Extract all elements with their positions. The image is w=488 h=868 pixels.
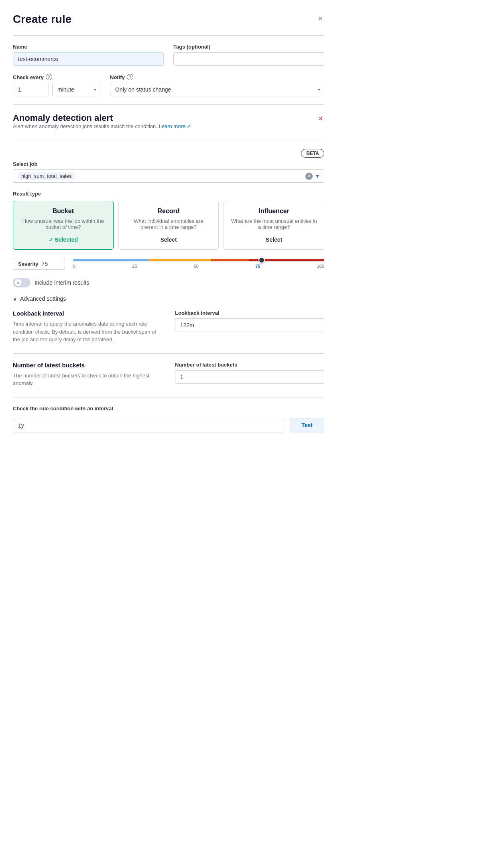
advanced-settings-section: Lookback interval Time interval to query…	[13, 310, 324, 432]
toggle-thumb: ✕	[14, 279, 22, 286]
notify-help-icon[interactable]: ?	[127, 74, 133, 80]
notify-select[interactable]: Only on status change Every time alert i…	[110, 83, 324, 96]
check-notify-row: Check every ? minute hour day ▾ Notify ?…	[13, 74, 324, 96]
severity-label: Severity	[18, 261, 39, 267]
anomaly-section-close-button[interactable]: ×	[317, 113, 324, 124]
select-job-label: Select job	[13, 161, 324, 167]
tags-label: Tags (optional)	[173, 44, 324, 50]
check-interval-row: Test	[13, 418, 324, 432]
advanced-settings-toggle[interactable]: ∨ Advanced settings	[13, 295, 324, 302]
check-interval-label: Check the rule condition with an interva…	[13, 405, 324, 412]
page-title: Create rule	[13, 13, 71, 26]
lookback-interval-left: Lookback interval Time interval to query…	[13, 310, 162, 344]
anomaly-title-group: Anomaly detection alert Alert when anoma…	[13, 113, 191, 131]
advanced-divider-2	[13, 397, 324, 397]
lookback-interval-right: Lookback interval	[175, 310, 324, 332]
result-card-influencer[interactable]: Influencer What are the most unusual ent…	[224, 201, 324, 250]
lookback-interval-input-label: Lookback interval	[175, 310, 324, 316]
advanced-chevron-icon: ∨	[13, 295, 17, 302]
anomaly-section: Anomaly detection alert Alert when anoma…	[13, 113, 324, 432]
result-card-bucket[interactable]: Bucket How unusual was the job within th…	[13, 201, 114, 250]
check-every-inputs: minute hour day ▾	[13, 83, 100, 96]
name-label: Name	[13, 44, 164, 50]
result-type-cards: Bucket How unusual was the job within th…	[13, 201, 324, 250]
severity-slider-track[interactable]	[73, 259, 324, 261]
anomaly-divider	[13, 139, 324, 139]
check-every-unit-select[interactable]: minute hour day	[52, 83, 100, 96]
include-interim-toggle[interactable]: ✕	[13, 278, 31, 287]
severity-row: Severity 0 25 50 75 100	[13, 258, 324, 270]
tags-input[interactable]	[173, 52, 324, 66]
latest-buckets-row: Number of latest buckets The number of l…	[13, 362, 324, 387]
job-select-chevron-icon: ▾	[316, 172, 319, 180]
name-group: Name	[13, 44, 164, 66]
result-card-influencer-action: Select	[266, 236, 282, 243]
tick-25: 25	[132, 264, 137, 269]
include-interim-row: ✕ Include interim results	[13, 278, 324, 287]
result-card-record[interactable]: Record What individual anomalies are pre…	[118, 201, 219, 250]
learn-more-link[interactable]: Learn more ↗	[159, 123, 191, 129]
result-card-record-title: Record	[157, 208, 179, 215]
severity-slider-container: 0 25 50 75 100	[73, 259, 324, 269]
notify-label: Notify ?	[110, 74, 324, 80]
tick-0: 0	[73, 264, 75, 269]
include-interim-label: Include interim results	[35, 279, 89, 286]
selected-job-tag: high_sum_total_sales	[18, 172, 75, 180]
check-every-number-input[interactable]	[13, 83, 49, 96]
notify-group: Notify ? Only on status change Every tim…	[110, 74, 324, 96]
anomaly-section-header: Anomaly detection alert Alert when anoma…	[13, 113, 324, 131]
latest-buckets-title: Number of latest buckets	[13, 362, 162, 369]
select-job-section: Select job high_sum_total_sales ✕ ▾	[13, 161, 324, 183]
check-every-label: Check every ?	[13, 74, 100, 80]
job-select-input[interactable]: high_sum_total_sales ✕ ▾	[13, 169, 324, 183]
check-icon: ✓	[49, 236, 53, 243]
header-divider	[13, 35, 324, 36]
tick-100: 100	[317, 264, 324, 269]
tick-75: 75	[255, 264, 260, 269]
name-tags-row: Name Tags (optional)	[13, 44, 324, 66]
result-card-influencer-title: Influencer	[258, 208, 289, 215]
latest-buckets-right: Number of latest buckets	[175, 362, 324, 384]
clear-job-button[interactable]: ✕	[305, 173, 313, 180]
close-button[interactable]: ×	[316, 13, 324, 24]
external-link-icon: ↗	[187, 123, 191, 129]
severity-ticks: 0 25 50 75 100	[73, 264, 324, 269]
result-card-bucket-action: ✓ Selected	[49, 236, 78, 243]
lookback-interval-row: Lookback interval Time interval to query…	[13, 310, 324, 344]
tags-group: Tags (optional)	[173, 44, 324, 66]
test-button[interactable]: Test	[290, 418, 324, 432]
result-card-bucket-title: Bucket	[53, 208, 74, 215]
latest-buckets-input-label: Number of latest buckets	[175, 362, 324, 368]
advanced-settings-label: Advanced settings	[20, 295, 66, 302]
beta-section: BETA	[13, 147, 324, 158]
latest-buckets-input[interactable]	[175, 370, 324, 384]
anomaly-section-title: Anomaly detection alert	[13, 113, 191, 123]
latest-buckets-desc: The number of latest buckets to check to…	[13, 372, 162, 387]
lookback-interval-input[interactable]	[175, 318, 324, 332]
severity-section: Severity 0 25 50 75 100	[13, 258, 324, 270]
latest-buckets-left: Number of latest buckets The number of l…	[13, 362, 162, 387]
result-type-section: Result type Bucket How unusual was the j…	[13, 191, 324, 250]
check-interval-group: Check the rule condition with an interva…	[13, 405, 324, 432]
advanced-divider-1	[13, 353, 324, 354]
result-card-bucket-desc: How unusual was the job within the bucke…	[20, 218, 107, 230]
beta-badge: BETA	[301, 149, 324, 158]
check-every-group: Check every ? minute hour day ▾	[13, 74, 100, 96]
check-interval-input[interactable]	[13, 419, 283, 432]
tick-50: 50	[194, 264, 199, 269]
name-input[interactable]	[13, 52, 164, 66]
check-every-help-icon[interactable]: ?	[46, 74, 52, 80]
check-every-unit-wrapper: minute hour day ▾	[52, 83, 100, 96]
page-header: Create rule ×	[13, 13, 324, 26]
anomaly-section-description: Alert when anomaly detection jobs result…	[13, 123, 191, 129]
severity-input-box: Severity	[13, 258, 65, 270]
section-divider	[13, 104, 324, 105]
notify-select-wrapper: Only on status change Every time alert i…	[110, 83, 324, 96]
result-card-record-action: Select	[160, 236, 177, 243]
lookback-interval-title: Lookback interval	[13, 310, 162, 317]
result-card-record-desc: What individual anomalies are present in…	[125, 218, 212, 230]
lookback-interval-desc: Time interval to query the anomalies dat…	[13, 320, 162, 344]
result-type-label: Result type	[13, 191, 324, 197]
severity-value-input[interactable]	[42, 261, 58, 267]
severity-slider-thumb[interactable]	[258, 257, 265, 263]
